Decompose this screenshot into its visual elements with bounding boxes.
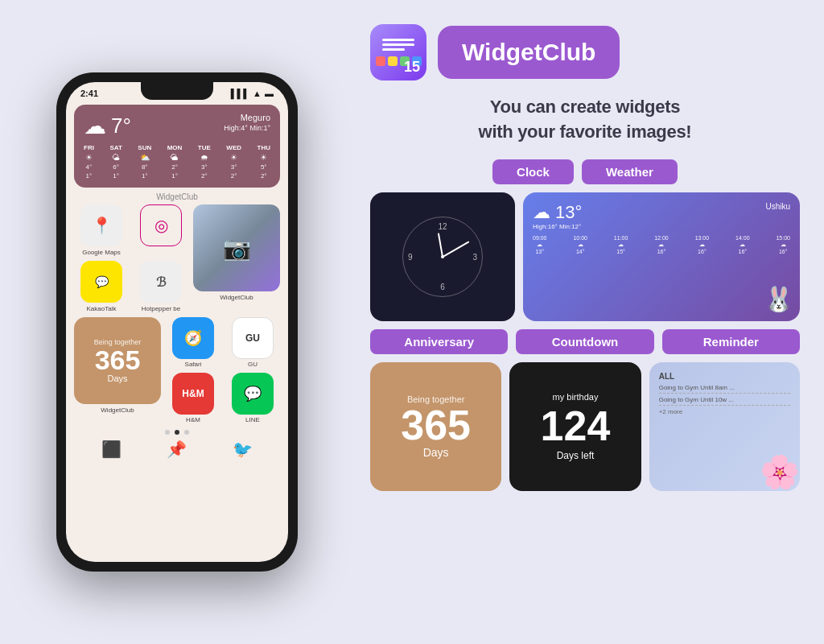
status-icons: ▌▌▌ ▲ ▬ [231,89,274,98]
maps-label: Google Maps [82,249,121,256]
phone-weather-widget[interactable]: ☁ 7° Meguro High:4° Min:1° FRI☀4°1° SAT🌤… [74,105,280,188]
hm-label: H&M [186,416,200,423]
safari-label: Safari [185,361,202,368]
gu-label: GU [248,361,258,368]
phone-app-line[interactable]: 💬 LINE [225,373,280,423]
weather-preview-card: ☁ 13° High:16° Min:12° Ushiku 09:00☁13° … [523,192,800,321]
preview-row1: 12 3 6 9 ☁ 13° High:16° Min:12° [370,192,800,321]
wp-temp: 13° [555,202,582,223]
logo-title-pill: WidgetClub [438,26,620,79]
type-pill-clock[interactable]: Clock [492,159,574,184]
phone-app-safari[interactable]: 🧭 Safari [166,317,220,368]
right-panel: 15 WidgetClub You can create widgets wit… [354,0,824,644]
wp-location: Ushiku [765,202,790,211]
anniv-app-label: WidgetClub [101,407,134,414]
kakao-label: KakaoTalk [87,305,117,312]
phone-app-target[interactable]: ◎ [134,204,188,256]
clock-preview-card: 12 3 6 9 [370,192,515,321]
line-label: LINE [245,416,260,423]
phone-weather-location: Meguro [224,113,270,122]
ap-num: 365 [401,404,471,446]
page-dots [66,430,288,435]
clock-12: 12 [438,222,447,231]
type-pill-reminder[interactable]: Reminder [662,329,800,354]
phone-app-googlemaps[interactable]: 📍 Google Maps [74,204,129,256]
phone-anniversary-widget[interactable]: Being together 365 Days WidgetClub [74,317,161,414]
dot-3 [184,430,189,435]
clock-face: 12 3 6 9 [402,217,483,297]
logo-dot-red [376,56,385,66]
phone-app-hotpepper[interactable]: ℬ Hotpepper be [134,261,188,312]
wp-cloud-icon: ☁ [533,202,550,223]
clock-3: 3 [472,252,477,261]
app-logo-icon: 15 [370,24,426,80]
type-pill-anniversary[interactable]: Anniversary [370,329,508,354]
anniv-days-label: Days [107,374,127,383]
logo-row: 15 WidgetClub [370,24,800,80]
hour-hand [438,233,443,257]
hotpepper-label: Hotpepper be [142,305,180,312]
phone-widgetclub-label: WidgetClub [66,192,288,201]
battery-icon: ▬ [265,89,274,98]
logo-num: 15 [404,59,420,76]
anniv-being: Being together [94,338,142,346]
type-pill-weather[interactable]: Weather [582,159,678,184]
rp-item-2: Going to Gym Until 10w ... [659,396,790,406]
clock-6: 6 [440,283,445,291]
phone-notch [141,82,213,100]
gu-icon: GU [232,317,274,359]
bird-icon: 🐦 [233,440,253,459]
rp-all: ALL [659,372,790,381]
rp-item-1: Going to Gym Until 8am ... [659,384,790,394]
rp-more: +2 more [659,408,790,415]
bottom-icons: ⬛ 📌 🐦 [66,440,288,459]
anniv-days: 365 [95,346,141,374]
phone-temp: 7° [111,114,131,138]
widget-type-row2: Anniversary Countdown Reminder [370,329,800,354]
phone-screen: 2:41 ▌▌▌ ▲ ▬ ☁ 7° Meguro [66,82,288,562]
hm-icon: H&M [172,373,214,415]
photo-widget[interactable]: 📷 WidgetClub [193,204,280,312]
photo-label: WidgetClub [193,294,280,301]
wifi-icon: ▲ [253,89,262,98]
cd-left: Days left [557,450,595,461]
target-icon: ◎ [140,204,182,246]
logo-line-2 [382,43,414,46]
line-icon: 💬 [232,373,274,415]
minute-hand [443,241,470,257]
phone-weather-range: High:4° Min:1° [224,124,270,132]
logo-line-3 [382,48,405,51]
photo-icon: 📷 [193,204,280,291]
phone-weather-days: FRI☀4°1° SAT🌤6°1° SUN⛅8°1° MON🌥2°1° TUE🌧… [84,144,270,180]
flowers-icon: 🌸 [760,453,800,491]
logo-dot-yellow [388,56,398,66]
dot-2 [175,430,179,435]
safari-icon: 🧭 [172,317,214,359]
cd-title: my birthday [553,392,599,402]
home-icon: ⬛ [101,440,122,459]
dot-1 [165,430,170,435]
maps-icon: 📍 [80,204,122,246]
phone-middle-col: 🧭 Safari H&M H&M [166,317,220,423]
reminder-preview-card: ALL Going to Gym Until 8am ... Going to … [649,362,800,491]
wp-bunny-icon: 🐰 [764,285,793,313]
tagline-line2: with your favorite images! [479,122,692,142]
countdown-preview-card: my birthday 124 Days left [509,362,641,491]
phone-app-kakao[interactable]: 💬 KakaoTalk [74,261,129,312]
pin-icon: 📌 [167,440,187,459]
logo-line-1 [382,39,414,41]
status-time: 2:41 [80,89,98,98]
tagline: You can create widgets with your favorit… [370,95,800,145]
clock-9: 9 [408,252,413,261]
hotpepper-icon: ℬ [140,261,182,303]
type-pill-countdown[interactable]: Countdown [516,329,653,354]
phone-outer: 2:41 ▌▌▌ ▲ ▬ ☁ 7° Meguro [56,72,298,572]
phone-app-gu[interactable]: GU GU [225,317,280,368]
wp-days: 09:00☁13° 10:00☁14° 11:00☁15° 12:00☁16° … [533,235,790,254]
phone-mockup-section: 2:41 ▌▌▌ ▲ ▬ ☁ 7° Meguro [0,0,354,644]
phone-app-hm[interactable]: H&M H&M [166,373,220,423]
tagline-line1: You can create widgets [490,97,680,117]
signal-icon: ▌▌▌ [231,89,249,98]
preview-row2: Being together 365 Days my birthday 124 … [370,362,800,491]
phone-app-grid: 📍 Google Maps ◎ 📷 WidgetClub 💬 [66,204,288,312]
